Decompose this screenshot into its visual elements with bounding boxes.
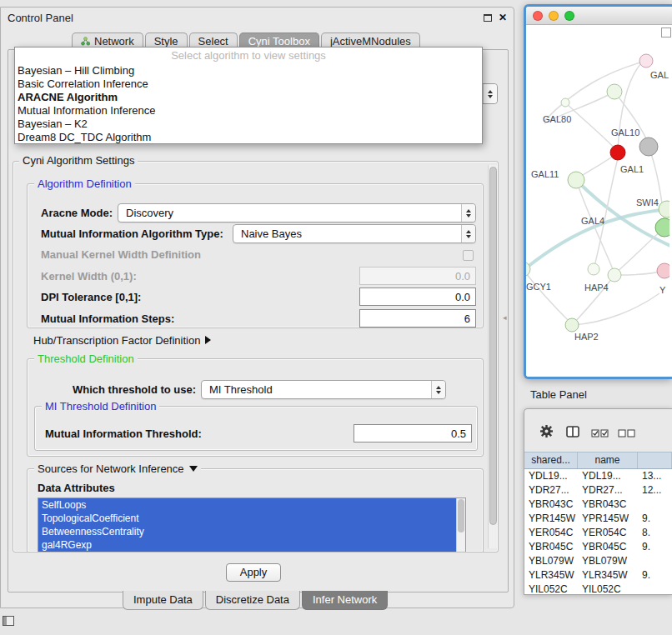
which-threshold-label: Which threshold to use: <box>73 383 196 396</box>
tab-discretize-data[interactable]: Discretize Data <box>205 591 300 610</box>
network-node[interactable] <box>588 263 599 275</box>
kernel-width-field[interactable]: 0.0 <box>359 267 476 285</box>
close-icon[interactable]: ✕ <box>499 13 507 22</box>
network-node[interactable] <box>639 54 653 68</box>
settings-scrollbar[interactable] <box>488 165 497 548</box>
network-node[interactable] <box>565 318 579 332</box>
attribute-list-item[interactable]: gal4RGexp <box>38 538 456 552</box>
network-node-label: SWI4 <box>636 198 659 208</box>
apply-button[interactable]: Apply <box>226 563 281 582</box>
dropdown-item[interactable]: Dream8 DC_TDC Algorithm <box>15 131 482 144</box>
column-chooser-icon[interactable] <box>566 426 579 440</box>
dropdown-item[interactable]: ARACNE Algorithm <box>15 91 482 104</box>
network-node[interactable] <box>608 268 621 282</box>
table-row[interactable]: YBL079WYBL079W <box>524 554 672 568</box>
manual-kernel-width-checkbox[interactable] <box>463 250 474 261</box>
dropdown-item[interactable]: Basic Correlation Inference <box>15 78 482 91</box>
dock-panel-icon[interactable] <box>3 616 14 626</box>
attribute-rows: SelfLoopsTopologicalCoefficientBetweenne… <box>38 498 465 552</box>
mi-threshold-definition-group: MI Threshold Definition Mutual Informati… <box>34 406 478 451</box>
aracne-mode-select[interactable]: Discovery <box>118 203 476 222</box>
network-node[interactable] <box>561 98 569 107</box>
network-graph: GALGAL80GAL10GAL11GAL1SWI4GAL4GCY1HAP4YH… <box>526 25 669 377</box>
split-pane-handle[interactable]: ◂ <box>503 312 510 322</box>
table-header[interactable]: shared... name <box>524 452 672 469</box>
mac-zoom-icon[interactable] <box>564 11 574 21</box>
table-row[interactable]: YPR145WYPR145W9. <box>524 512 672 526</box>
table-cell: YLR345W <box>524 568 578 582</box>
bottom-tab-bar: Impute DataDiscretize DataInfer Network <box>123 591 389 610</box>
settings-scrollbar-thumb[interactable] <box>489 167 497 525</box>
control-panel-titlebar[interactable]: Control Panel ✕ <box>1 8 514 28</box>
data-attributes-list[interactable]: SelfLoopsTopologicalCoefficientBetweenne… <box>38 498 466 552</box>
dropdown-item[interactable]: Bayesian – K2 <box>15 118 482 131</box>
column-header-shared[interactable]: shared... <box>524 452 578 468</box>
column-header-extra[interactable] <box>638 452 672 468</box>
mi-algorithm-type-value: Naive Bayes <box>241 228 302 240</box>
table-row[interactable]: YBR043CYBR043C <box>524 498 672 512</box>
network-node[interactable] <box>610 145 625 160</box>
network-node[interactable] <box>659 201 669 218</box>
list-scrollbar-thumb[interactable] <box>458 499 464 532</box>
table-cell: YER054C <box>578 526 638 540</box>
table-cell <box>638 582 672 595</box>
network-node[interactable] <box>568 172 584 188</box>
table-row[interactable]: YER054CYER054C8. <box>524 526 672 540</box>
algorithm-definition-title: Algorithm Definition <box>34 178 135 190</box>
sources-group-title[interactable]: Sources for Network Inference <box>34 462 201 475</box>
settings-gear-icon[interactable] <box>539 424 554 441</box>
table-row[interactable]: YBR045CYBR045C9. <box>524 540 672 554</box>
attribute-list-item[interactable]: TopologicalCoefficient <box>38 512 456 525</box>
network-node[interactable] <box>607 84 622 99</box>
overview-toggle-icon[interactable] <box>661 28 671 38</box>
dropdown-item[interactable]: Mutual Information Inference <box>15 104 482 118</box>
control-panel-window: Control Panel ✕ NetworkStyleSelectCyni T… <box>0 7 514 608</box>
table-row[interactable]: YDR27...YDR27...12... <box>524 483 672 498</box>
network-node[interactable] <box>655 218 669 237</box>
table-row[interactable]: YLR345WYLR345W9. <box>524 568 672 582</box>
dpi-tolerance-field[interactable]: 0.0 <box>359 288 476 306</box>
unchecked-columns-icon[interactable] <box>618 428 636 440</box>
network-node-label: GCY1 <box>526 282 551 292</box>
tab-impute-data[interactable]: Impute Data <box>123 591 203 610</box>
table-cell: 8. <box>638 526 672 540</box>
table-cell: YBR043C <box>524 498 578 512</box>
collapse-down-icon <box>189 466 198 472</box>
hub-factor-label: Hub/Transcription Factor Definition <box>33 334 200 347</box>
hub-factor-section-toggle[interactable]: Hub/Transcription Factor Definition <box>33 334 211 347</box>
manual-kernel-width-label: Manual Kernel Width Definition <box>41 248 201 261</box>
table-row[interactable]: YDL19...YDL19...13... <box>524 469 672 483</box>
dropdown-item[interactable]: Bayesian – Hill Climbing <box>15 64 482 78</box>
checked-columns-icon[interactable] <box>591 428 609 440</box>
mi-algorithm-type-select[interactable]: Naive Bayes <box>233 224 476 243</box>
network-node-label: GAL80 <box>543 114 571 124</box>
network-node[interactable] <box>639 138 658 156</box>
threshold-definition-title: Threshold Definition <box>34 352 138 365</box>
network-view-window: GALGAL80GAL10GAL11GAL1SWI4GAL4GCY1HAP4YH… <box>524 4 672 379</box>
mac-minimize-icon[interactable] <box>549 11 559 21</box>
network-node-label: GAL10 <box>611 128 639 138</box>
list-scrollbar[interactable] <box>456 498 465 552</box>
column-header-name[interactable]: name <box>578 452 638 468</box>
mac-close-icon[interactable] <box>533 11 543 21</box>
float-window-icon[interactable] <box>484 14 492 22</box>
which-threshold-select[interactable]: MI Threshold <box>201 380 446 399</box>
table-cell: YBR045C <box>524 540 578 554</box>
mi-threshold-label: Mutual Information Threshold: <box>45 428 202 440</box>
dpi-tolerance-label: DPI Tolerance [0,1]: <box>41 291 141 303</box>
table-panel-title: Table Panel <box>530 388 587 401</box>
table-cell: YER054C <box>524 526 578 540</box>
network-window-titlebar[interactable] <box>526 7 672 25</box>
table-row[interactable]: YIL052CYIL052C <box>524 582 672 595</box>
network-canvas[interactable]: GALGAL80GAL10GAL11GAL1SWI4GAL4GCY1HAP4YH… <box>526 25 672 377</box>
attribute-list-item[interactable]: SelfLoops <box>38 498 456 512</box>
tab-infer-network[interactable]: Infer Network <box>302 591 388 610</box>
attribute-list-item[interactable]: BetweennessCentrality <box>38 525 456 538</box>
network-node[interactable] <box>657 263 669 278</box>
table-cell: YIL052C <box>524 582 578 595</box>
mi-steps-field[interactable]: 6 <box>359 309 476 328</box>
table-panel-window: shared... name YDL19...YDL19...13...YDR2… <box>524 408 672 595</box>
table-cell: YBL079W <box>578 554 638 568</box>
aracne-mode-value: Discovery <box>126 207 173 219</box>
mi-threshold-field[interactable]: 0.5 <box>354 424 472 442</box>
